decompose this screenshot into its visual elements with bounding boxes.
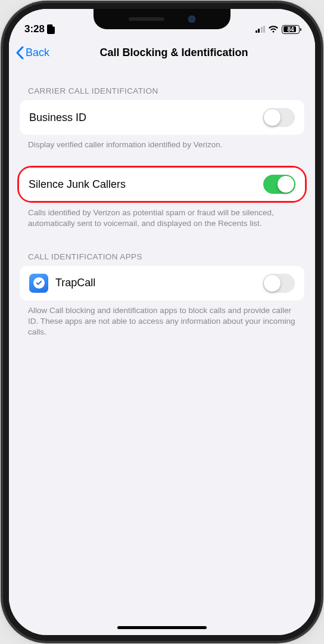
chevron-left-icon	[16, 47, 24, 59]
sim-card-icon	[47, 24, 55, 34]
iphone-device-frame: 3:28 84 Back	[9, 9, 315, 635]
business-id-toggle[interactable]	[263, 108, 295, 127]
earpiece-speaker	[129, 17, 164, 21]
back-button[interactable]: Back	[16, 47, 49, 59]
front-camera	[188, 16, 195, 23]
section-header-carrier: CARRIER CALL IDENTIFICATION	[9, 67, 315, 100]
battery-indicator: 84	[282, 25, 300, 34]
business-id-label: Business ID	[29, 112, 256, 124]
trapcall-label: TrapCall	[55, 277, 256, 289]
back-label: Back	[26, 47, 49, 59]
business-id-row[interactable]: Business ID	[20, 100, 304, 135]
status-left: 3:28	[24, 23, 55, 35]
status-time: 3:28	[24, 23, 45, 35]
section-header-apps: CALL IDENTIFICATION APPS	[9, 230, 315, 266]
screen: 3:28 84 Back	[9, 9, 315, 635]
speech-bubble-check-icon	[33, 277, 45, 289]
silence-junk-callers-toggle[interactable]	[263, 175, 295, 194]
settings-content: CARRIER CALL IDENTIFICATION Business ID …	[9, 67, 315, 635]
cellular-signal-icon	[256, 26, 266, 33]
apps-footer: Allow Call blocking and identification a…	[9, 301, 315, 338]
page-title: Call Blocking & Identification	[9, 47, 315, 59]
silence-junk-callers-footer: Calls identified by Verizon as potential…	[9, 203, 315, 229]
status-right: 84	[256, 25, 300, 34]
silence-junk-callers-row[interactable]: Silence Junk Callers	[19, 168, 305, 201]
silence-junk-callers-label: Silence Junk Callers	[29, 178, 256, 191]
trapcall-row[interactable]: TrapCall	[20, 266, 304, 301]
business-id-footer: Display verified caller information iden…	[9, 135, 315, 150]
home-indicator[interactable]	[117, 626, 207, 629]
battery-percentage: 84	[282, 26, 299, 33]
trapcall-app-icon	[29, 274, 48, 293]
trapcall-toggle[interactable]	[263, 274, 295, 293]
navigation-bar: Back Call Blocking & Identification	[9, 39, 315, 67]
highlight-annotation: Silence Junk Callers	[17, 166, 307, 203]
wifi-icon	[268, 25, 279, 33]
notch	[94, 9, 230, 29]
